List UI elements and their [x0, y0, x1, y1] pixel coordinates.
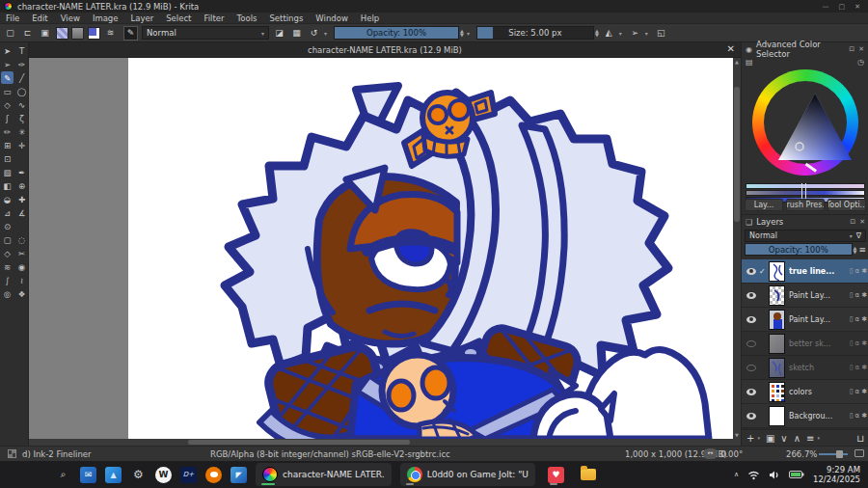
alpha-lock-icon[interactable]: α [855, 291, 860, 299]
disney-plus-app-icon[interactable]: D+ [180, 467, 197, 483]
reload-caret-icon[interactable]: ▾ [324, 30, 327, 37]
alpha-lock-icon[interactable]: α [855, 315, 860, 323]
opacity-caret-icon[interactable]: ▾ [467, 30, 470, 37]
brush-option-icon[interactable]: ≋ [103, 26, 118, 41]
layer-row[interactable]: ✓ true line... ▯ α ✱ [742, 259, 868, 284]
tool-ellipse-select[interactable]: ◌ [15, 233, 28, 246]
tool-bezier-select[interactable]: ∫ [1, 274, 14, 286]
duplicate-layer-button[interactable]: ▣ [766, 433, 774, 444]
canvas-hscrollbar[interactable] [29, 439, 741, 446]
photos-app-icon[interactable]: ▲ [105, 467, 122, 483]
settings-app-icon[interactable]: ⚙ [130, 467, 147, 483]
tool-polygon[interactable]: ◇ [1, 98, 14, 111]
layer-options-icon[interactable]: ≡ [858, 245, 866, 255]
selector-settings-icon[interactable]: ▤ [746, 58, 753, 67]
tool-freehand-brush[interactable]: ✎ [1, 71, 14, 84]
canvas-vscrollbar[interactable]: ▲▼ [733, 58, 741, 439]
fg-bg-color-swatch[interactable] [88, 27, 100, 40]
tool-zoom[interactable]: ◎ [1, 287, 14, 300]
tool-rect-select[interactable]: ▢ [1, 233, 14, 246]
tool-line[interactable]: ╱ [15, 71, 28, 84]
taskbar-file-explorer[interactable] [577, 463, 601, 486]
taskbar-window-krita[interactable]: character-NAME LATER. [256, 463, 392, 486]
lock-icon[interactable]: ▯ [850, 339, 854, 347]
menu-edit[interactable]: Edit [32, 14, 47, 23]
visibility-eye-icon[interactable] [746, 365, 756, 371]
tool-calligraphy[interactable]: ✑ [15, 58, 28, 70]
preserve-alpha-icon[interactable]: ▦ [289, 26, 304, 41]
layer-row[interactable]: Paint Lay... ▯ α ✱ [742, 308, 868, 332]
float-docker-icon[interactable]: ⊡ [850, 218, 855, 226]
save-icon[interactable]: ▣ [38, 26, 52, 41]
layer-fx-icon[interactable]: ✱ [861, 267, 867, 275]
lock-icon[interactable]: ▯ [850, 267, 854, 275]
selection-mode-icon[interactable] [8, 449, 16, 458]
close-button[interactable]: ✕ [854, 3, 860, 11]
menu-help[interactable]: Help [361, 14, 379, 23]
menu-tools[interactable]: Tools [237, 14, 258, 23]
canvas-angle-value[interactable]: 0.00° [720, 449, 743, 459]
tool-dynamic-brush[interactable]: ✏ [1, 125, 14, 138]
tool-magnetic-select[interactable]: ≀ [15, 274, 28, 286]
tool-smart-patch[interactable]: ✚ [15, 193, 28, 205]
menu-filter[interactable]: Filter [203, 14, 224, 23]
size-spinner[interactable]: ▲▼ [595, 29, 599, 37]
taskbar-window-chrome[interactable]: L0dd0 on Game Jolt: "U [400, 463, 535, 486]
alpha-lock-icon[interactable]: α [855, 339, 860, 347]
layer-row[interactable]: better sk... ▯ α ✱ [742, 332, 868, 356]
tool-multibrush[interactable]: ✳ [15, 125, 28, 138]
opacity-slider[interactable]: Opacity: 100% [334, 26, 459, 40]
taskbar-clock[interactable]: 9:29 AM 12/24/2025 [813, 465, 860, 484]
visibility-eye-icon[interactable] [746, 340, 756, 347]
gradient-swatch[interactable] [71, 27, 84, 40]
lock-icon[interactable]: ▯ [850, 412, 854, 420]
flow-caret-icon[interactable]: ▾ [645, 30, 648, 37]
menu-window[interactable]: Window [315, 14, 348, 23]
layer-properties-button[interactable]: ≡ [806, 433, 814, 444]
open-document-icon[interactable]: ⊏ [20, 26, 35, 41]
layer-fx-icon[interactable]: ✱ [861, 364, 867, 371]
blend-mode-dropdown[interactable]: Normal ▾ [142, 26, 269, 40]
tool-assistants[interactable]: ⊿ [1, 206, 14, 219]
wattpad-app-icon[interactable]: W [155, 467, 172, 483]
battery-icon[interactable] [789, 470, 804, 479]
opacity-spinner[interactable]: ▲▼ [460, 29, 464, 37]
flow-icon[interactable]: ➢ [628, 26, 642, 41]
mail-app-icon[interactable]: ✉ [80, 467, 96, 483]
eraser-toggle-icon[interactable]: ◪ [272, 26, 286, 41]
maximize-button[interactable]: ▢ [839, 3, 846, 11]
layer-row[interactable]: sketch ▯ α ✱ [742, 356, 868, 380]
lock-icon[interactable]: ▯ [850, 364, 854, 371]
color-history-icon[interactable]: ◷ [857, 58, 864, 67]
visibility-eye-icon[interactable] [746, 413, 756, 420]
alpha-lock-icon[interactable]: α [855, 267, 860, 275]
start-button-icon[interactable] [30, 467, 46, 483]
search-icon[interactable]: ⌕ [55, 467, 71, 483]
move-layer-up-button[interactable]: ∧ [794, 433, 800, 444]
tool-select-shapes[interactable]: ➤ [1, 44, 14, 57]
layer-fx-icon[interactable]: ✱ [861, 291, 867, 299]
current-brush-label[interactable]: d) Ink-2 Fineliner [22, 449, 176, 459]
zoom-slider[interactable] [819, 453, 848, 455]
tool-move[interactable]: ✛ [15, 139, 28, 151]
hue-ring[interactable] [752, 69, 858, 176]
tool-color-sampler[interactable]: ✒ [15, 166, 28, 178]
tool-freehand-path[interactable]: ζ [15, 112, 28, 124]
tool-ellipse[interactable]: ◯ [15, 85, 28, 97]
tab-tool-options[interactable]: Tool Opti... [827, 199, 866, 211]
alpha-lock-icon[interactable]: α [855, 364, 860, 371]
tool-similar-select[interactable]: ≋ [1, 260, 14, 273]
menu-layer[interactable]: Layer [131, 14, 154, 23]
layer-filter-icon[interactable]: ∇ [856, 231, 861, 240]
lock-icon[interactable]: ▯ [850, 291, 854, 299]
menu-image[interactable]: Image [93, 14, 119, 23]
close-docker-icon[interactable]: ✕ [859, 218, 865, 226]
taskbar-window-fnf[interactable]: ♥ [544, 463, 568, 486]
minimize-button[interactable]: — [823, 3, 829, 11]
wifi-icon[interactable] [747, 470, 760, 480]
layer-fx-icon[interactable]: ✱ [861, 315, 867, 323]
layer-row[interactable]: Paint Lay... ▯ α ✱ [742, 284, 868, 308]
layer-row[interactable]: Backgrou... ▯ α ✱ [742, 404, 868, 428]
brush-preset-icon[interactable]: ✎ [123, 26, 138, 41]
delete-layer-button[interactable]: ⊔ [856, 433, 864, 444]
